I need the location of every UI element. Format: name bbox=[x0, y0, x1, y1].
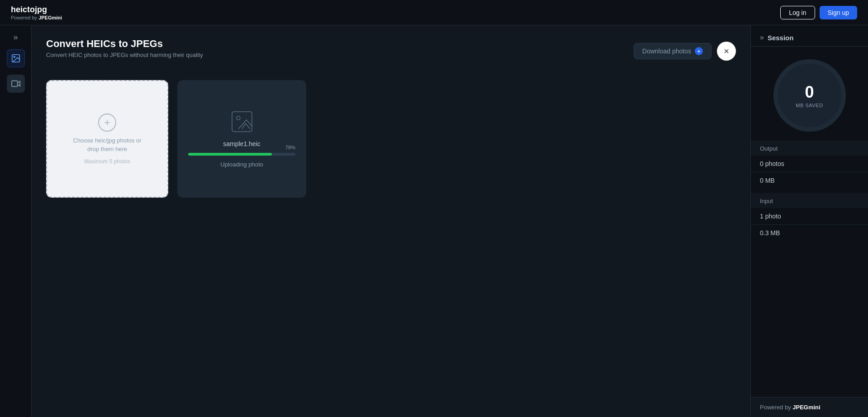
upload-status: Uploading photo bbox=[220, 161, 263, 168]
output-photos: 0 photos bbox=[751, 156, 868, 172]
svg-point-4 bbox=[237, 116, 240, 120]
page-subtitle: Convert HEIC photos to JPEGs without har… bbox=[46, 52, 203, 58]
signup-button[interactable]: Sign up bbox=[820, 6, 857, 19]
output-group: Output 0 photos 0 MB bbox=[751, 141, 868, 189]
page-title: Convert HEICs to JPEGs bbox=[46, 38, 203, 50]
header-actions: Download photos + × bbox=[634, 42, 736, 61]
right-panel: » Session 0 MB SAVED Output 0 photos 0 M… bbox=[750, 25, 868, 417]
login-button[interactable]: Log in bbox=[780, 6, 815, 19]
gauge-circle: 0 MB SAVED bbox=[773, 59, 846, 132]
nav-buttons: Log in Sign up bbox=[780, 6, 857, 19]
progress-bar-wrap: 78% bbox=[188, 153, 295, 156]
page-header-row: Convert HEICs to JPEGs Convert HEIC phot… bbox=[46, 38, 736, 69]
session-title: Session bbox=[768, 34, 794, 42]
panel-footer: Powered by JPEGmini bbox=[751, 397, 868, 417]
sidebar-collapse-button[interactable]: » bbox=[13, 33, 18, 42]
dropzone-plus-icon: + bbox=[98, 114, 116, 132]
gauge-wrap: 0 MB SAVED bbox=[751, 47, 868, 141]
dropzone-label: Choose heic/jpg photos or drop them here bbox=[73, 136, 141, 154]
progress-track bbox=[188, 153, 295, 156]
cards-row: + Choose heic/jpg photos or drop them he… bbox=[46, 80, 736, 198]
progress-fill bbox=[188, 153, 272, 156]
images-icon bbox=[11, 53, 21, 63]
panel-chevrons-icon: » bbox=[760, 33, 764, 42]
output-mb: 0 MB bbox=[751, 172, 868, 189]
page-header: Convert HEICs to JPEGs Convert HEIC phot… bbox=[46, 38, 203, 58]
topnav: heictojpg Powered by JPEGmini Log in Sig… bbox=[0, 0, 868, 25]
input-mb: 0.3 MB bbox=[751, 225, 868, 241]
download-plus-icon: + bbox=[695, 47, 703, 55]
upload-card: sample1.heic 78% Uploading photo bbox=[177, 80, 306, 198]
upload-filename: sample1.heic bbox=[223, 140, 261, 147]
sidebar: » bbox=[0, 25, 32, 417]
brand: heictojpg Powered by JPEGmini bbox=[11, 5, 62, 20]
sidebar-item-images[interactable] bbox=[7, 49, 25, 67]
progress-percent: 78% bbox=[285, 145, 295, 150]
close-button[interactable]: × bbox=[717, 42, 736, 61]
stats-section: Output 0 photos 0 MB Input 1 photo 0.3 M… bbox=[751, 141, 868, 397]
panel-header: » Session bbox=[751, 25, 868, 47]
main-content: Convert HEICs to JPEGs Convert HEIC phot… bbox=[32, 25, 750, 417]
file-dropzone[interactable]: + Choose heic/jpg photos or drop them he… bbox=[46, 80, 168, 198]
svg-point-1 bbox=[14, 56, 15, 57]
video-icon bbox=[11, 79, 21, 89]
brand-subtitle: Powered by JPEGmini bbox=[11, 15, 62, 20]
input-group: Input 1 photo 0.3 MB bbox=[751, 193, 868, 241]
download-photos-button[interactable]: Download photos + bbox=[634, 43, 711, 59]
brand-title: heictojpg bbox=[11, 5, 62, 14]
svg-rect-2 bbox=[11, 81, 17, 87]
layout: » Convert HEICs to JPEGs Convert HEIC ph… bbox=[0, 25, 868, 417]
upload-file-icon bbox=[230, 110, 254, 135]
dropzone-max-label: Maximum 5 photos bbox=[84, 158, 130, 165]
gauge-value: 0 bbox=[805, 83, 814, 102]
input-label: Input bbox=[751, 193, 868, 208]
sidebar-item-video[interactable] bbox=[7, 75, 25, 93]
output-label: Output bbox=[751, 141, 868, 156]
input-photos: 1 photo bbox=[751, 208, 868, 225]
gauge-label: MB SAVED bbox=[796, 103, 823, 108]
